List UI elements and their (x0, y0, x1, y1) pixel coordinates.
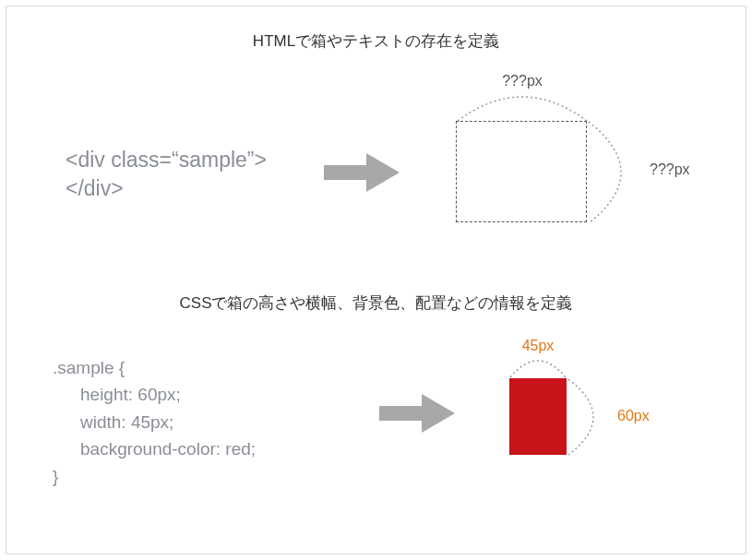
section2-title: CSSで箱の高さや横幅、背景色、配置などの情報を定義 (6, 292, 746, 314)
code-line: background-color: red; (53, 435, 256, 462)
width-value-label: 45px (522, 338, 555, 353)
dimension-arc-top (456, 89, 589, 123)
code-line: width: 45px; (53, 409, 256, 435)
code-line: } (53, 463, 256, 490)
css-code-snippet: .sample { height: 60px; width: 45px; bac… (53, 354, 256, 490)
code-line: height: 60px; (53, 381, 256, 408)
html-code-snippet: <div class=“sample”> </div> (66, 146, 267, 203)
code-line: <div class=“sample”> (66, 146, 267, 174)
code-line: .sample { (53, 354, 256, 381)
dimension-arc-right (587, 120, 642, 225)
code-line: </div> (66, 174, 267, 203)
height-value-label: 60px (617, 408, 650, 423)
dimension-arc-top (508, 355, 567, 379)
width-unknown-label: ???px (502, 73, 543, 89)
height-unknown-label: ???px (650, 161, 690, 177)
undefined-box (456, 121, 587, 222)
arrow-icon (379, 394, 455, 433)
arrow-icon (324, 153, 400, 192)
dimension-arc-right (567, 377, 611, 457)
styled-box (509, 378, 567, 455)
section1-title: HTMLで箱やテキストの存在を定義 (6, 30, 746, 52)
